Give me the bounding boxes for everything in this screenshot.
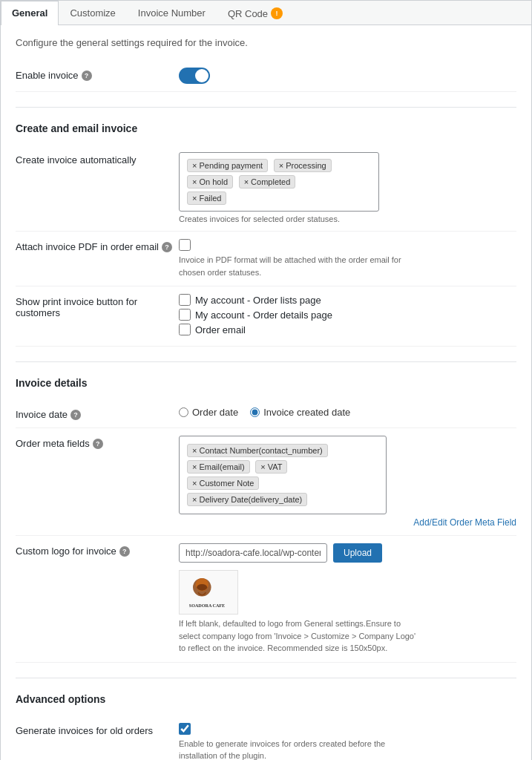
custom-logo-control: Upload SOADORA CAFE If left blank, defau… <box>179 543 516 655</box>
logo-image: SOADORA CAFE <box>183 573 234 612</box>
print-order-email-row: Order email <box>179 324 516 335</box>
order-meta-label: Order meta fields ? <box>16 436 179 449</box>
order-date-radio[interactable] <box>179 407 188 417</box>
settings-page: General Customize Invoice Number QR Code… <box>0 0 532 760</box>
invoice-date-help-icon[interactable]: ? <box>70 410 81 420</box>
auto-create-row: Create invoice automatically × Pending p… <box>16 145 516 232</box>
print-button-row: Show print invoice button for customers … <box>16 286 516 347</box>
print-order-email-checkbox[interactable] <box>179 324 191 335</box>
add-edit-meta-link[interactable]: Add/Edit Order Meta Field <box>179 517 516 528</box>
tag-email[interactable]: × Email(email) <box>187 460 250 474</box>
upload-button[interactable]: Upload <box>333 543 382 563</box>
old-orders-row: Generate invoices for old orders Enable … <box>16 715 516 761</box>
enable-invoice-row: Enable invoice ? <box>16 60 516 92</box>
invoice-date-control: Order date Invoice created date <box>179 407 516 418</box>
tag-failed[interactable]: × Failed <box>187 191 226 205</box>
tab-general[interactable]: General <box>1 1 59 25</box>
old-orders-label: Generate invoices for old orders <box>16 723 179 736</box>
old-orders-checkbox[interactable] <box>179 723 191 735</box>
tag-on-hold[interactable]: × On hold <box>187 175 233 189</box>
enable-invoice-label: Enable invoice ? <box>16 68 179 81</box>
old-orders-control: Enable to generate invoices for orders c… <box>179 723 516 761</box>
enable-invoice-help-icon[interactable]: ? <box>82 71 92 81</box>
invoice-date-row: Invoice date ? Order date Invoice create… <box>16 399 516 428</box>
old-orders-hint: Enable to generate invoices for orders c… <box>179 738 416 761</box>
qr-badge: ! <box>271 7 283 19</box>
invoice-date-radio-group: Order date Invoice created date <box>179 407 516 418</box>
content-area: Configure the general settings required … <box>1 25 531 760</box>
divider-2 <box>16 361 516 362</box>
print-myaccount-detail-checkbox[interactable] <box>179 309 191 321</box>
tag-completed[interactable]: × Completed <box>239 175 296 189</box>
advanced-section-title: Advanced options <box>16 693 516 705</box>
order-date-label: Order date <box>192 407 238 418</box>
auto-create-hint: Creates invoices for selected order stat… <box>179 214 516 223</box>
tag-delivery-date[interactable]: × Delivery Date(delivery_date) <box>187 493 307 506</box>
attach-pdf-row: Attach invoice PDF in order email ? Invo… <box>16 232 516 286</box>
tab-customize[interactable]: Customize <box>59 1 126 25</box>
auto-create-label: Create invoice automatically <box>16 152 179 166</box>
print-order-email-label: Order email <box>195 324 246 335</box>
invoice-date-label: Invoice date ? <box>16 407 179 420</box>
order-meta-row: Order meta fields ? × Contact Number(con… <box>16 428 516 536</box>
attach-pdf-control: Invoice in PDF format will be attached w… <box>179 239 516 278</box>
attach-pdf-help-icon[interactable]: ? <box>162 242 172 252</box>
tag-customer-note[interactable]: × Customer Note <box>187 476 259 490</box>
tag-pending[interactable]: × Pending payment <box>187 159 268 172</box>
logo-preview: SOADORA CAFE <box>179 570 238 615</box>
invoice-details-section-title: Invoice details <box>16 377 516 389</box>
radio-invoice-date: Invoice created date <box>250 407 350 418</box>
enable-invoice-control <box>179 68 516 84</box>
logo-url-input[interactable] <box>179 543 327 563</box>
tab-qr-code[interactable]: QR Code ! <box>217 1 294 25</box>
order-meta-control: × Contact Number(contact_number) × Email… <box>179 436 516 528</box>
print-myaccount-detail-label: My account - Order details page <box>195 309 332 321</box>
svg-point-2 <box>197 584 207 591</box>
custom-logo-help-icon[interactable]: ? <box>119 546 130 557</box>
tab-invoice-number[interactable]: Invoice Number <box>127 1 217 25</box>
divider-1 <box>16 107 516 108</box>
logo-url-row: Upload <box>179 543 516 563</box>
print-myaccount-list-label: My account - Order lists page <box>195 295 321 306</box>
create-email-section-title: Create and email invoice <box>16 122 516 134</box>
print-button-control: My account - Order lists page My account… <box>179 294 516 338</box>
print-button-label: Show print invoice button for customers <box>16 294 179 318</box>
tabs-bar: General Customize Invoice Number QR Code… <box>1 1 531 25</box>
attach-pdf-checkbox[interactable] <box>179 239 191 251</box>
custom-logo-hint: If left blank, defaulted to logo from Ge… <box>179 618 416 655</box>
custom-logo-row: Custom logo for invoice ? Upload SOADORA… <box>16 536 516 663</box>
page-description: Configure the general settings required … <box>16 37 516 48</box>
print-myaccount-list-checkbox[interactable] <box>179 294 191 306</box>
tag-contact-number[interactable]: × Contact Number(contact_number) <box>187 444 328 457</box>
radio-order-date: Order date <box>179 407 238 418</box>
custom-logo-label: Custom logo for invoice ? <box>16 543 179 557</box>
old-orders-checkbox-row <box>179 723 516 735</box>
invoice-created-radio[interactable] <box>250 407 260 417</box>
order-meta-help-icon[interactable]: ? <box>93 439 103 449</box>
auto-create-control: × Pending payment × Processing × On hold… <box>179 152 516 223</box>
invoice-created-label: Invoice created date <box>263 407 350 418</box>
print-myaccount-detail-row: My account - Order details page <box>179 309 516 321</box>
tag-processing[interactable]: × Processing <box>274 159 332 172</box>
divider-3 <box>16 678 516 678</box>
enable-invoice-toggle[interactable] <box>179 68 210 84</box>
print-myaccount-list-row: My account - Order lists page <box>179 294 516 306</box>
auto-create-tags-box[interactable]: × Pending payment × Processing × On hold… <box>179 152 379 212</box>
tag-vat[interactable]: × VAT <box>255 460 287 474</box>
attach-pdf-label: Attach invoice PDF in order email ? <box>16 239 179 252</box>
attach-pdf-hint: Invoice in PDF format will be attached w… <box>179 254 416 278</box>
order-meta-tags-box[interactable]: × Contact Number(contact_number) × Email… <box>179 436 387 514</box>
attach-pdf-checkbox-row <box>179 239 516 251</box>
svg-text:SOADORA CAFE: SOADORA CAFE <box>189 603 225 607</box>
